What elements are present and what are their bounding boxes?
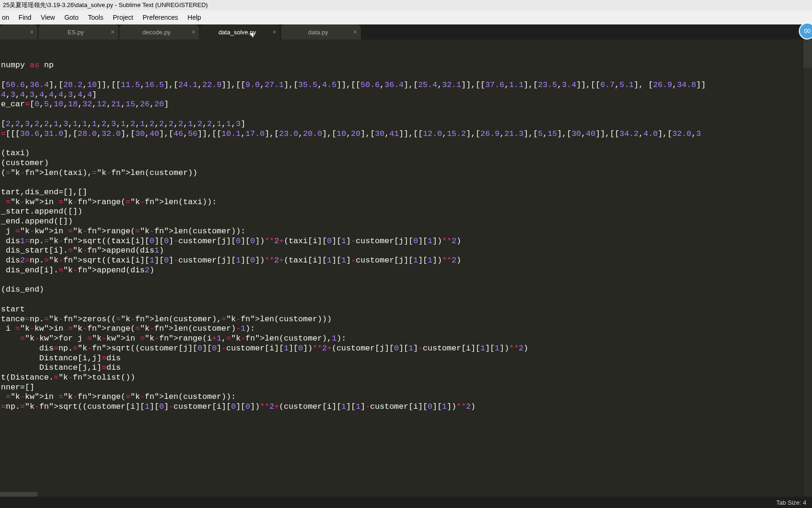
menu-help[interactable]: Help bbox=[183, 12, 206, 23]
code-line bbox=[0, 71, 812, 80]
code-line: _end.append([]) bbox=[0, 217, 812, 227]
code-line: (="k-fn">len(taxi),="k-fn">len(customer)… bbox=[0, 168, 812, 178]
tab-label: ES.py bbox=[68, 29, 84, 36]
tab-es[interactable]: ES.py × bbox=[39, 24, 118, 40]
code-line: ="k-kw">in ="k-fn">range(="k-fn">len(tax… bbox=[0, 198, 812, 207]
tab-empty[interactable]: × bbox=[0, 24, 38, 40]
code-line: j ="k-kw">in ="k-fn">range(="k-fn">len(c… bbox=[0, 227, 812, 237]
close-icon[interactable]: × bbox=[273, 29, 276, 35]
window-title: 25吴夏瑶瑶领先\3.19-3.26\data_solve.py - Subli… bbox=[3, 1, 208, 8]
menu-preferences[interactable]: Preferences bbox=[138, 12, 183, 23]
code-editor[interactable]: numpy as np [50.6,36.4],[28.2,10]],[[11.… bbox=[0, 40, 812, 497]
code-line: dis_end[i].="k-fn">append(dis2) bbox=[0, 266, 812, 276]
code-line: Distance[i,j]=dis bbox=[0, 354, 812, 364]
code-line: dis1=np.="k-fn">sqrt((taxi[i][0][0]-cust… bbox=[0, 237, 812, 246]
code-line: (taxi) bbox=[0, 149, 812, 159]
tab-data-solve[interactable]: data_solve.py × bbox=[200, 24, 280, 40]
menu-bar: on Find View Goto Tools Project Preferen… bbox=[0, 10, 812, 24]
scrollbar-horizontal[interactable] bbox=[0, 492, 38, 497]
tab-decode[interactable]: decode.py × bbox=[119, 24, 199, 40]
tab-label: decode.py bbox=[142, 29, 171, 36]
code-line: dis2=np.="k-fn">sqrt((taxi[i][1][0]-cust… bbox=[0, 256, 812, 266]
code-line: ="k-kw">for j ="k-kw">in ="k-fn">range(i… bbox=[0, 334, 812, 344]
tab-label: data.py bbox=[308, 29, 328, 36]
tab-label: data_solve.py bbox=[219, 29, 256, 36]
code-line bbox=[0, 295, 812, 305]
menu-on[interactable]: on bbox=[2, 12, 14, 23]
code-line: 4,3,4,3,4,4,4,3,4,4] bbox=[0, 90, 812, 100]
tab-bar: × ES.py × decode.py × data_solve.py × da… bbox=[0, 24, 812, 40]
code-line: e_car=[0,5,10,18,32,12,21,15,26,20] bbox=[0, 100, 812, 110]
code-line: numpy as np bbox=[0, 61, 812, 71]
code-line: nner=[] bbox=[0, 383, 812, 393]
code-line: dis=np.="k-fn">sqrt((customer[j][0][0]-c… bbox=[0, 344, 812, 354]
code-line: ="k-kw">in ="k-fn">range(="k-fn">len(cus… bbox=[0, 392, 812, 402]
status-bar: Tab Size: 4 bbox=[0, 497, 812, 508]
tab-data[interactable]: data.py × bbox=[281, 24, 361, 40]
menu-goto[interactable]: Goto bbox=[60, 12, 83, 23]
code-line bbox=[0, 276, 812, 286]
code-line: tance=np.="k-fn">zeros((="k-fn">len(cust… bbox=[0, 315, 812, 325]
code-line: (customer) bbox=[0, 159, 812, 168]
code-line: (dis_end) bbox=[0, 285, 812, 295]
status-tab-size[interactable]: Tab Size: 4 bbox=[776, 499, 806, 506]
badge-text: 00 bbox=[804, 28, 810, 34]
code-line: _start.append([]) bbox=[0, 207, 812, 217]
menu-find[interactable]: Find bbox=[14, 12, 36, 23]
code-line: [50.6,36.4],[28.2,10]],[[11.5,16.5],[24.… bbox=[0, 80, 812, 90]
close-icon[interactable]: × bbox=[353, 29, 357, 35]
close-icon[interactable]: × bbox=[111, 29, 115, 35]
code-line: start bbox=[0, 305, 812, 315]
code-line bbox=[0, 110, 812, 119]
minimap[interactable] bbox=[803, 40, 812, 497]
overlay-badge: 00 bbox=[799, 23, 812, 40]
code-line: [2,2,3,2,2,1,3,1,1,1,2,3,1,2,1,2,2,2,2,1… bbox=[0, 119, 812, 129]
code-line: dis_start[i].="k-fn">append(dis1) bbox=[0, 246, 812, 256]
menu-project[interactable]: Project bbox=[108, 12, 138, 23]
code-line: t(Distance.="k-fn">tolist()) bbox=[0, 373, 812, 383]
menu-view[interactable]: View bbox=[36, 12, 60, 23]
menu-tools[interactable]: Tools bbox=[83, 12, 108, 23]
close-icon[interactable]: × bbox=[192, 29, 195, 35]
code-line bbox=[0, 178, 812, 188]
code-line: =[[[30.6,31.0],[28.0,32.0],[30,40],[46,5… bbox=[0, 129, 812, 139]
minimap-viewport[interactable] bbox=[803, 40, 812, 68]
code-line: i ="k-kw">in ="k-fn">range(="k-fn">len(c… bbox=[0, 324, 812, 334]
close-icon[interactable]: × bbox=[30, 29, 34, 35]
window-title-bar: 25吴夏瑶瑶领先\3.19-3.26\data_solve.py - Subli… bbox=[0, 0, 812, 10]
code-line: =np.="k-fn">sqrt((customer[i][1][0]-cust… bbox=[0, 402, 812, 412]
code-line: tart,dis_end=[],[] bbox=[0, 188, 812, 198]
code-line: Distance[j,i]=dis bbox=[0, 363, 812, 373]
code-line bbox=[0, 139, 812, 149]
